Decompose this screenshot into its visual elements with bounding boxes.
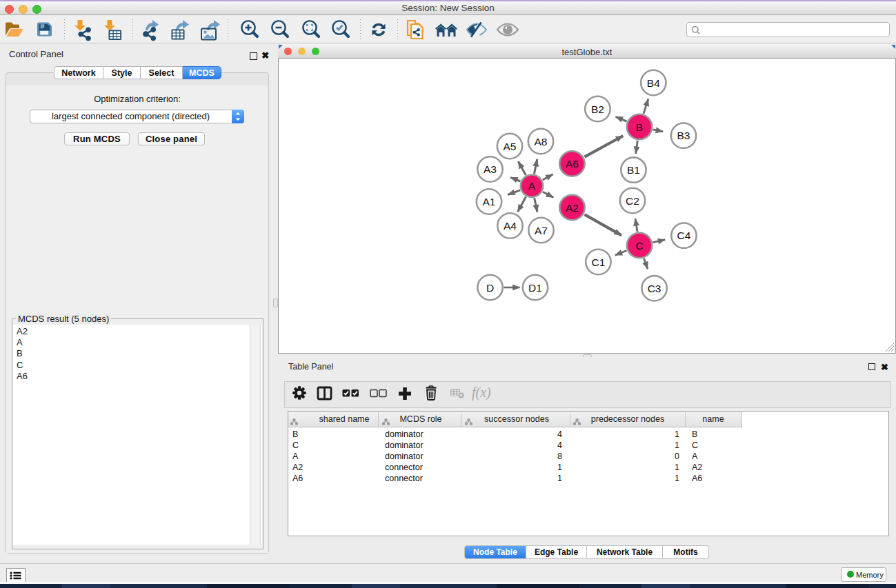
- svg-text:A7: A7: [535, 225, 548, 236]
- svg-text:B3: B3: [677, 130, 690, 141]
- svg-text:B1: B1: [627, 164, 640, 176]
- svg-text:C2: C2: [626, 195, 639, 207]
- svg-text:C4: C4: [677, 230, 691, 241]
- svg-text:A3: A3: [484, 163, 497, 175]
- svg-text:C1: C1: [591, 256, 605, 268]
- svg-text:C: C: [635, 240, 643, 252]
- svg-text:B: B: [636, 121, 643, 133]
- svg-text:A: A: [528, 180, 536, 192]
- svg-text:B2: B2: [591, 103, 604, 115]
- svg-text:A1: A1: [483, 196, 496, 207]
- svg-text:A2: A2: [566, 202, 579, 214]
- svg-text:A4: A4: [504, 220, 517, 232]
- svg-text:D: D: [486, 282, 494, 294]
- svg-text:B4: B4: [647, 77, 660, 89]
- svg-text:A6: A6: [566, 158, 579, 170]
- svg-text:A5: A5: [504, 141, 517, 152]
- svg-text:A8: A8: [535, 136, 548, 148]
- svg-text:D1: D1: [528, 282, 542, 294]
- svg-text:C3: C3: [648, 283, 661, 294]
